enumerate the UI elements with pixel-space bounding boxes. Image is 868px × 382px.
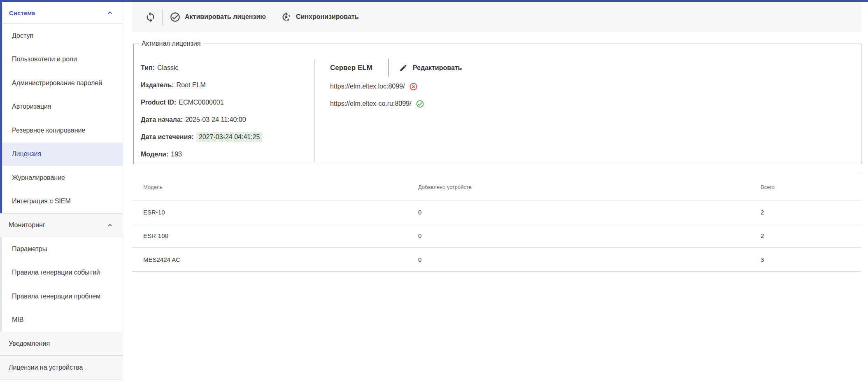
- error-circle-icon: [409, 82, 418, 91]
- cell-model: ESR-100: [143, 232, 418, 239]
- sidebar-item-parameters[interactable]: Параметры: [2, 237, 123, 261]
- elm-server-title: Сервер ELM: [330, 64, 372, 72]
- sidebar-group-label: Мониторинг: [9, 221, 45, 229]
- sidebar-item-problem-rules[interactable]: Правила генерации проблем: [2, 284, 123, 308]
- sidebar-item-label: Доступ: [12, 32, 33, 40]
- cell-model: ESR-10: [143, 209, 418, 216]
- sidebar-item-label: Параметры: [12, 245, 47, 253]
- field-value: 2025-03-24 11:40:00: [185, 116, 246, 123]
- cell-added: 0: [418, 256, 761, 263]
- edit-server-button[interactable]: Редактировать: [399, 64, 462, 72]
- license-field-type: Тип: Classic: [141, 59, 262, 77]
- column-header-model: Модель: [143, 184, 418, 190]
- sidebar-item-users-roles[interactable]: Пользователи и роли: [2, 48, 123, 72]
- sidebar-item-license[interactable]: Лицензия: [2, 142, 123, 166]
- elm-server-header: Сервер ELM Редактировать: [330, 58, 462, 78]
- cell-total: 2: [761, 232, 861, 239]
- sidebar-group-header-device-licenses[interactable]: Лицензии на устройства: [0, 356, 123, 380]
- license-field-start-date: Дата начала: 2025-03-24 11:40:00: [141, 111, 262, 128]
- activate-license-label: Активировать лицензию: [185, 13, 266, 21]
- sidebar-item-backup[interactable]: Резервное копирование: [2, 119, 123, 142]
- sidebar-item-logging[interactable]: Журналирование: [2, 166, 123, 190]
- table-header-row: Модель Добавлено устройств Всего: [132, 174, 861, 200]
- license-field-models: Модели: 193: [141, 146, 262, 163]
- field-label: Тип:: [141, 64, 155, 72]
- field-value: Classic: [157, 64, 179, 72]
- synchronize-label: Синхронизировать: [296, 13, 359, 21]
- server-url-text: https://elm.eltex.loc:8099/: [330, 83, 405, 90]
- main-content: Активировать лицензию Синхронизировать А…: [123, 2, 868, 382]
- column-header-added: Добавлено устройств: [418, 184, 761, 190]
- refresh-button[interactable]: [145, 12, 156, 23]
- sync-play-icon: [281, 12, 292, 23]
- active-license-panel: Активная лицензия Тип: Classic Издатель:…: [133, 40, 861, 164]
- sidebar-group-label: Система: [9, 9, 35, 16]
- success-circle-icon: [416, 100, 424, 108]
- license-panel-divider: [314, 60, 314, 162]
- edit-server-label: Редактировать: [413, 64, 462, 72]
- app-window: Система Доступ Пользователи и роли Админ…: [0, 0, 868, 382]
- top-accent-bar: [0, 0, 868, 2]
- field-label: Издатель:: [141, 82, 174, 89]
- edit-pencil-icon: [399, 64, 407, 72]
- sidebar-group-label: Лицензии на устройства: [9, 364, 83, 371]
- field-value: Root ELM: [177, 82, 206, 89]
- sidebar-group-header-system[interactable]: Система: [2, 2, 123, 24]
- field-label: Дата истечения:: [141, 133, 194, 141]
- cell-total: 3: [761, 256, 861, 263]
- sidebar-group-header-monitoring[interactable]: Мониторинг: [0, 213, 123, 237]
- license-field-expiry-date: Дата истечения: 2027-03-24 04:41:25: [141, 128, 262, 146]
- sidebar-item-label: Интеграция с SIEM: [12, 198, 71, 205]
- sidebar-item-password-admin[interactable]: Администрирование паролей: [2, 71, 123, 95]
- sidebar-item-label: Лицензия: [12, 150, 41, 158]
- field-label: Дата начала:: [141, 116, 183, 123]
- sidebar-item-label: Резервное копирование: [12, 127, 85, 134]
- sidebar-item-siem-integration[interactable]: Интеграция с SIEM: [2, 190, 123, 214]
- synchronize-button[interactable]: Синхронизировать: [281, 12, 359, 23]
- sidebar-item-access[interactable]: Доступ: [2, 24, 123, 48]
- activate-license-button[interactable]: Активировать лицензию: [170, 12, 266, 23]
- sidebar-group-monitoring: Параметры Правила генерации событий Прав…: [0, 237, 123, 332]
- license-field-product-id: Product ID: ECMC0000001: [141, 94, 262, 111]
- sidebar-item-label: Правила генерации событий: [12, 269, 100, 276]
- column-header-total: Всего: [761, 184, 861, 190]
- sidebar-group-header-notifications[interactable]: Уведомления: [0, 332, 123, 356]
- server-url-row: https://elm.eltex.loc:8099/: [330, 78, 462, 95]
- server-url-text: https://elm.eltex-co.ru:8099/: [330, 100, 411, 107]
- field-label: Модели:: [141, 151, 168, 158]
- license-fields: Тип: Classic Издатель: Root ELM Product …: [141, 59, 262, 163]
- models-table: Модель Добавлено устройств Всего ESR-10 …: [132, 174, 861, 272]
- chevron-up-icon: [105, 221, 114, 230]
- sidebar-item-authorization[interactable]: Авторизация: [2, 95, 123, 119]
- field-value: ECMC0000001: [179, 99, 223, 106]
- license-field-issuer: Издатель: Root ELM: [141, 77, 262, 94]
- sidebar-item-label: Авторизация: [12, 103, 51, 110]
- sidebar-item-event-rules[interactable]: Правила генерации событий: [2, 261, 123, 285]
- refresh-icon: [145, 12, 156, 23]
- sidebar-item-label: Правила генерации проблем: [12, 293, 100, 300]
- sidebar: Система Доступ Пользователи и роли Админ…: [0, 2, 123, 382]
- active-license-legend: Активная лицензия: [139, 40, 203, 47]
- cell-added: 0: [418, 209, 761, 216]
- field-label: Product ID:: [141, 99, 176, 106]
- server-header-divider: [388, 59, 389, 77]
- toolbar: Активировать лицензию Синхронизировать: [132, 2, 861, 32]
- elm-server-panel: Сервер ELM Редактировать https://elm.elt…: [330, 58, 462, 112]
- sidebar-group-label: Уведомления: [9, 340, 50, 347]
- sidebar-group-system: Система Доступ Пользователи и роли Админ…: [0, 2, 123, 213]
- field-value: 193: [171, 151, 182, 158]
- toolbar-divider: [162, 9, 163, 25]
- expiry-date-highlight: 2027-03-24 04:41:25: [196, 132, 263, 142]
- table-row: ESR-10 0 2: [132, 200, 861, 224]
- server-url-row: https://elm.eltex-co.ru:8099/: [330, 95, 462, 112]
- check-circle-icon: [170, 12, 181, 23]
- cell-added: 0: [418, 232, 761, 239]
- table-row: ESR-100 0 2: [132, 224, 861, 248]
- sidebar-item-label: Пользователи и роли: [12, 56, 77, 63]
- table-row: MES2424 AC 0 3: [132, 248, 861, 272]
- cell-total: 2: [761, 209, 861, 216]
- chevron-up-icon: [105, 8, 114, 17]
- sidebar-item-label: Журналирование: [12, 174, 65, 182]
- sidebar-item-mib[interactable]: MIB: [2, 308, 123, 332]
- cell-model: MES2424 AC: [143, 256, 418, 263]
